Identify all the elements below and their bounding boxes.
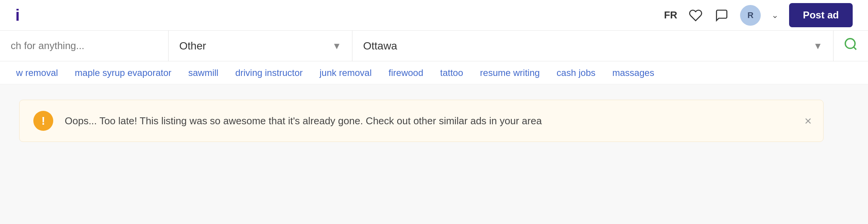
user-avatar[interactable]: R xyxy=(740,5,761,26)
search-input-wrapper xyxy=(0,31,169,61)
alert-close-button[interactable]: × xyxy=(804,115,812,127)
header: i FR R ⌄ Post ad xyxy=(0,0,868,31)
language-button[interactable]: FR xyxy=(664,9,677,21)
user-menu-chevron-icon[interactable]: ⌄ xyxy=(771,10,778,20)
alert-box: ! Oops... Too late! This listing was so … xyxy=(19,100,824,142)
post-ad-button[interactable]: Post ad xyxy=(789,3,853,27)
alert-area: ! Oops... Too late! This listing was so … xyxy=(0,84,868,157)
logo: i xyxy=(15,7,19,23)
search-bar: Other ▼ Ottawa ▼ xyxy=(0,31,868,61)
messages-button[interactable] xyxy=(714,8,729,23)
tag-link[interactable]: maple syrup evaporator xyxy=(66,68,180,78)
header-right: FR R ⌄ Post ad xyxy=(664,3,853,27)
svg-point-0 xyxy=(845,39,855,48)
tags-row: w removalmaple syrup evaporatorsawmilldr… xyxy=(0,61,868,84)
tag-link[interactable]: firewood xyxy=(380,68,432,78)
tag-link[interactable]: driving instructor xyxy=(227,68,311,78)
category-dropdown-icon: ▼ xyxy=(332,41,341,51)
search-icon xyxy=(843,37,858,55)
location-dropdown-icon: ▼ xyxy=(813,41,822,51)
tag-link[interactable]: resume writing xyxy=(472,68,548,78)
location-label: Ottawa xyxy=(363,40,813,52)
tag-link[interactable]: sawmill xyxy=(180,68,227,78)
search-button[interactable] xyxy=(834,31,868,61)
category-select[interactable]: Other ▼ xyxy=(169,31,352,61)
tag-link[interactable]: cash jobs xyxy=(548,68,604,78)
location-select[interactable]: Ottawa ▼ xyxy=(352,31,834,61)
svg-line-1 xyxy=(853,47,856,49)
tag-link[interactable]: tattoo xyxy=(432,68,472,78)
alert-message: Oops... Too late! This listing was so aw… xyxy=(65,115,809,127)
tag-link[interactable]: massages xyxy=(604,68,663,78)
category-label: Other xyxy=(179,40,332,52)
tag-link[interactable]: junk removal xyxy=(311,68,380,78)
tag-link[interactable]: w removal xyxy=(8,68,66,78)
search-input[interactable] xyxy=(11,40,157,52)
alert-warning-icon: ! xyxy=(33,111,53,131)
favorites-button[interactable] xyxy=(688,8,703,23)
